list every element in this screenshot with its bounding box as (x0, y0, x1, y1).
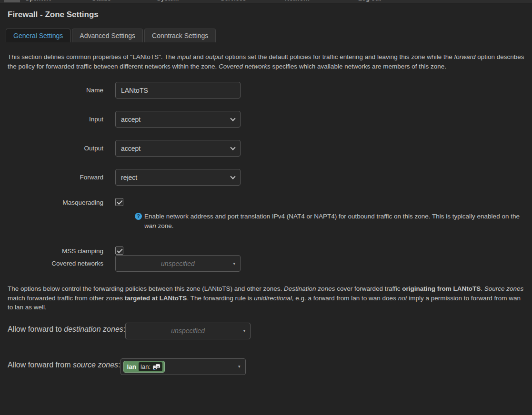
form-row-forward-destination: Allow forward to destination zones: unsp… (8, 323, 524, 339)
covered-networks-select[interactable]: unspecified ▾ (115, 255, 241, 272)
logo (4, 0, 20, 2)
masquerading-help-text: Enable network address and port translat… (144, 213, 520, 229)
nav-item-status[interactable]: Status (92, 0, 111, 2)
tab-conntrack-settings[interactable]: Conntrack Settings (144, 29, 216, 42)
forward-label: Forward (8, 169, 115, 186)
masquerading-label: Masquerading (8, 198, 115, 207)
forward-policy-select[interactable]: reject (115, 169, 241, 186)
dropdown-arrow-icon: ▾ (243, 328, 246, 333)
output-label: Output (8, 140, 115, 157)
nav-item-system[interactable]: System (157, 0, 179, 2)
section-description: This section defines common properties o… (8, 52, 524, 71)
main-content: Firewall - Zone Settings General Setting… (0, 10, 532, 375)
mss-clamping-checkbox[interactable] (115, 247, 123, 255)
forwarding-description: The options below control the forwarding… (8, 284, 524, 312)
help-icon: ? (135, 213, 142, 220)
tab-bar: General Settings Advanced Settings Connt… (6, 29, 524, 42)
forward-source-select[interactable]: lan lan: ▾ (120, 358, 246, 375)
form-row-forward-source: Allow forward from source zones: lan lan… (8, 358, 524, 375)
forward-policy-value: reject (121, 174, 137, 181)
dropdown-arrow-icon: ▾ (238, 364, 241, 369)
input-policy-select[interactable]: accept (115, 111, 241, 128)
name-label: Name (8, 82, 115, 99)
input-policy-value: accept (121, 116, 141, 123)
nav-item-logout[interactable]: Log out (358, 0, 381, 2)
page-title: Firewall - Zone Settings (8, 10, 524, 20)
tab-general-settings[interactable]: General Settings (6, 29, 70, 42)
zone-tag-detail-label: lan: (141, 363, 151, 370)
masquerading-help: ? Enable network address and port transl… (135, 212, 521, 230)
zone-tag-lan[interactable]: lan lan: (123, 361, 165, 373)
output-policy-value: accept (121, 145, 141, 152)
covered-networks-label: Covered networks (8, 255, 115, 272)
covered-networks-placeholder: unspecified (161, 260, 195, 267)
dropdown-arrow-icon: ▾ (233, 261, 235, 266)
screen: OpenWrt Status System Services Network L… (0, 0, 532, 415)
form-row-masquerading: Masquerading (8, 198, 524, 207)
output-policy-select[interactable]: accept (115, 140, 241, 157)
mss-clamping-label: MSS clamping (8, 247, 115, 255)
forward-destination-label: Allow forward to destination zones: (8, 323, 125, 339)
zone-tag-name: lan (127, 363, 137, 370)
name-input[interactable] (115, 82, 241, 99)
forward-destination-select[interactable]: unspecified ▾ (125, 323, 251, 339)
masquerading-checkbox[interactable] (115, 198, 123, 206)
zone-settings-form: Name Input accept Output accept (8, 82, 524, 272)
form-row-forward: Forward reject (8, 169, 524, 186)
nav-item-hostname[interactable]: OpenWrt (25, 0, 51, 2)
tab-advanced-settings[interactable]: Advanced Settings (72, 29, 143, 42)
nav-item-services[interactable]: Services (221, 0, 246, 2)
nav-item-network[interactable]: Network (285, 0, 309, 2)
top-nav: OpenWrt Status System Services Network L… (0, 0, 532, 3)
ethernet-port-icon (152, 364, 161, 370)
form-row-name: Name (8, 82, 524, 99)
zone-tag-detail: lan: (139, 362, 162, 371)
forward-destination-placeholder: unspecified (171, 327, 205, 335)
form-row-mss-clamping: MSS clamping (8, 247, 524, 255)
forward-source-label: Allow forward from source zones: (8, 358, 120, 375)
form-row-output: Output accept (8, 140, 524, 157)
input-label: Input (8, 111, 115, 128)
form-row-input: Input accept (8, 111, 524, 128)
form-row-covered-networks: Covered networks unspecified ▾ (8, 255, 524, 272)
